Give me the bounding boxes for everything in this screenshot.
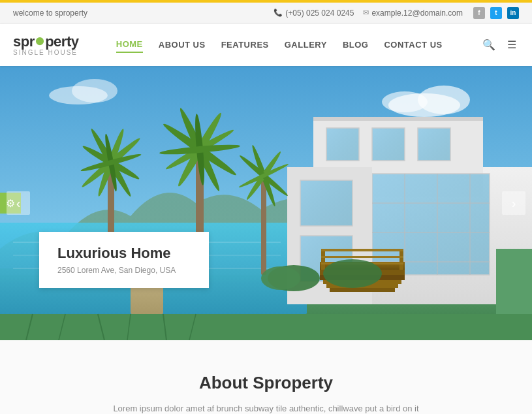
svg-rect-12 [372, 128, 405, 161]
hero-title: Luxurious Home [57, 245, 191, 262]
navbar: spr●perty Single House HOME ABOUT US FEA… [0, 24, 532, 66]
svg-rect-10 [313, 117, 483, 121]
svg-rect-13 [418, 128, 450, 161]
phone-number: (+05) 025 024 0245 [285, 8, 354, 18]
contact-info: 📞 (+05) 025 024 0245 ✉ example.12@domain… [274, 8, 463, 18]
svg-rect-22 [300, 180, 352, 226]
social-links: f t in [473, 7, 519, 19]
linkedin-icon[interactable]: in [507, 7, 519, 19]
about-title: About Sproperty [13, 373, 519, 393]
svg-rect-11 [326, 128, 359, 161]
top-bar-right: 📞 (+05) 025 024 0245 ✉ example.12@domain… [274, 7, 519, 19]
svg-point-55 [261, 266, 300, 290]
svg-point-69 [72, 79, 117, 103]
email-icon: ✉ [363, 8, 369, 17]
email-item: ✉ example.12@domain.com [363, 8, 463, 18]
logo-name: spr●perty [13, 33, 78, 50]
svg-rect-31 [399, 249, 403, 270]
logo: spr●perty Single House [13, 33, 78, 56]
hero-section: ⚙ ‹ › Luxurious Home 2560 Lorem Ave, San… [0, 66, 532, 340]
welcome-text-container: welcome to sproperty [13, 8, 87, 18]
about-text: Lorem ipsum dolor amet af brunch subway … [110, 402, 423, 414]
search-button[interactable]: 🔍 [480, 36, 498, 54]
logo-dot: ● [35, 30, 45, 50]
nav-links: HOME ABOUT US FEATURES GALLERY BLOG CONT… [116, 37, 443, 53]
hero-caption: Luxurious Home 2560 Lorem Ave, San Diego… [39, 232, 209, 288]
nav-icons: 🔍 ☰ [480, 36, 519, 54]
menu-button[interactable]: ☰ [505, 36, 519, 54]
facebook-icon[interactable]: f [473, 7, 485, 19]
svg-rect-32 [321, 249, 403, 251]
welcome-text: welcome to sproperty [13, 8, 87, 18]
phone-icon: 📞 [274, 8, 283, 17]
svg-rect-49 [261, 177, 266, 275]
nav-home[interactable]: HOME [116, 37, 143, 53]
phone-item: 📞 (+05) 025 024 0245 [274, 8, 354, 18]
nav-blog[interactable]: BLOG [343, 37, 369, 52]
logo-prefix: spr [13, 33, 35, 50]
twitter-icon[interactable]: t [490, 7, 502, 19]
svg-point-67 [382, 91, 428, 112]
nav-contactus[interactable]: CONTACT US [384, 37, 442, 52]
nav-features[interactable]: FEATURES [221, 37, 269, 52]
hero-subtitle: 2560 Lorem Ave, San Diego, USA [57, 266, 191, 275]
svg-rect-58 [0, 314, 532, 340]
logo-subtitle: Single House [13, 49, 78, 56]
nav-aboutus[interactable]: ABOUT US [159, 37, 206, 52]
prev-arrow[interactable]: ‹ [7, 191, 30, 215]
svg-rect-29 [330, 288, 395, 292]
svg-rect-30 [321, 249, 325, 270]
svg-point-56 [323, 259, 382, 288]
about-section: About Sproperty Lorem ipsum dolor amet a… [0, 340, 532, 414]
nav-gallery[interactable]: GALLERY [285, 37, 327, 52]
next-arrow[interactable]: › [502, 191, 525, 215]
svg-rect-33 [321, 256, 403, 258]
svg-rect-14 [372, 174, 490, 275]
logo-suffix: perty [45, 33, 78, 50]
top-bar: welcome to sproperty 📞 (+05) 025 024 024… [0, 3, 532, 24]
email-address: example.12@domain.com [371, 8, 463, 18]
